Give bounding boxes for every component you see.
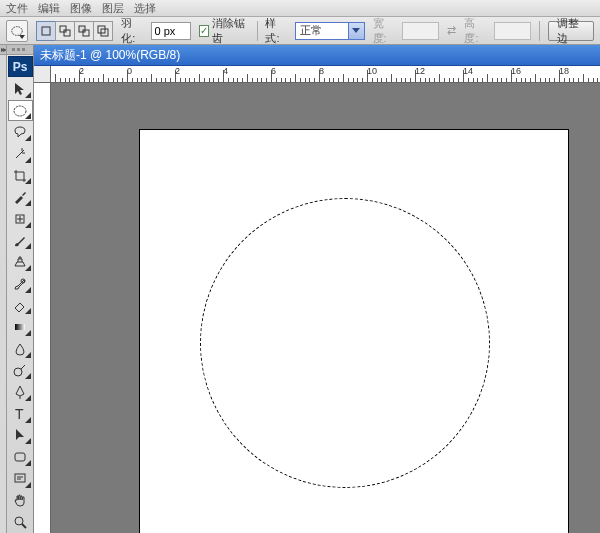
feather-label: 羽化: (121, 16, 142, 46)
elliptical-selection-marquee[interactable] (200, 198, 490, 488)
menu-item[interactable]: 选择 (134, 1, 156, 16)
menu-item[interactable]: 图层 (102, 1, 124, 16)
swap-icon: ⇄ (447, 24, 456, 37)
pen-tool[interactable] (8, 381, 33, 403)
new-selection-button[interactable] (36, 21, 56, 41)
gradient-tool[interactable] (8, 316, 33, 338)
options-bar: 羽化: 消除锯齿 样式: 正常 宽度: ⇄ 高度: 调整边 (0, 17, 600, 45)
svg-rect-3 (64, 30, 70, 36)
type-tool[interactable]: T (8, 403, 33, 425)
width-field (402, 22, 440, 40)
canvas[interactable] (139, 129, 569, 533)
height-label: 高度: (464, 16, 485, 46)
eraser-tool[interactable] (8, 295, 33, 317)
current-tool-indicator[interactable] (6, 20, 28, 42)
ps-logo: Ps (8, 56, 33, 77)
svg-rect-4 (79, 26, 85, 32)
horizontal-ruler[interactable]: 42024681012141618 (51, 66, 600, 83)
clone-stamp-tool[interactable] (8, 251, 33, 273)
refine-edge-button[interactable]: 调整边 (548, 21, 594, 41)
eyedropper-tool[interactable] (8, 186, 33, 208)
path-selection-tool[interactable] (8, 425, 33, 447)
svg-rect-1 (42, 27, 50, 35)
dodge-tool[interactable] (8, 360, 33, 382)
canvas-viewport[interactable] (51, 83, 600, 533)
selection-mode-group (36, 21, 113, 41)
crop-tool[interactable] (8, 165, 33, 187)
chevron-down-icon (19, 35, 25, 39)
style-value: 正常 (300, 23, 322, 38)
document-window: 未标题-1 @ 100%(RGB/8) 42024681012141618 (34, 45, 600, 533)
svg-rect-15 (15, 474, 25, 482)
vertical-ruler[interactable] (34, 83, 51, 533)
marquee-tool[interactable] (8, 100, 33, 122)
svg-text:T: T (15, 406, 24, 422)
style-label: 样式: (265, 16, 286, 46)
menu-item[interactable]: 图像 (70, 1, 92, 16)
menu-bar[interactable]: 文件 编辑 图像 图层 选择 (0, 0, 600, 17)
svg-point-12 (14, 368, 22, 376)
style-select[interactable]: 正常 (295, 22, 365, 40)
expand-dock-icon[interactable] (0, 45, 6, 55)
menu-item[interactable]: 文件 (6, 1, 28, 16)
blur-tool[interactable] (8, 338, 33, 360)
history-brush-tool[interactable] (8, 273, 33, 295)
divider (539, 21, 540, 41)
subtract-selection-button[interactable] (74, 21, 94, 41)
notes-tool[interactable] (8, 468, 33, 490)
svg-rect-2 (60, 26, 66, 32)
move-tool[interactable] (8, 78, 33, 100)
hand-tool[interactable] (8, 490, 33, 512)
toolbox: Ps T (7, 45, 34, 533)
chevron-down-icon (348, 23, 364, 39)
svg-rect-11 (15, 324, 25, 330)
intersect-selection-button[interactable] (93, 21, 113, 41)
divider (257, 21, 258, 41)
svg-point-16 (15, 517, 23, 525)
antialias-label: 消除锯齿 (212, 16, 249, 46)
height-field (494, 22, 532, 40)
check-icon (199, 25, 209, 37)
magic-wand-tool[interactable] (8, 143, 33, 165)
document-title: 未标题-1 @ 100%(RGB/8) (40, 47, 180, 64)
healing-brush-tool[interactable] (8, 208, 33, 230)
add-selection-button[interactable] (55, 21, 75, 41)
menu-item[interactable]: 编辑 (38, 1, 60, 16)
document-titlebar[interactable]: 未标题-1 @ 100%(RGB/8) (34, 45, 600, 66)
feather-input[interactable] (151, 22, 191, 40)
zoom-tool[interactable] (8, 511, 33, 533)
svg-rect-14 (15, 453, 25, 461)
panel-dock-gutter[interactable] (0, 45, 7, 533)
shape-tool[interactable] (8, 446, 33, 468)
ruler-origin[interactable] (34, 66, 51, 83)
width-label: 宽度: (373, 16, 394, 46)
lasso-tool[interactable] (8, 121, 33, 143)
antialias-checkbox[interactable]: 消除锯齿 (199, 16, 249, 46)
toolbox-grip[interactable] (7, 45, 33, 55)
brush-tool[interactable] (8, 230, 33, 252)
